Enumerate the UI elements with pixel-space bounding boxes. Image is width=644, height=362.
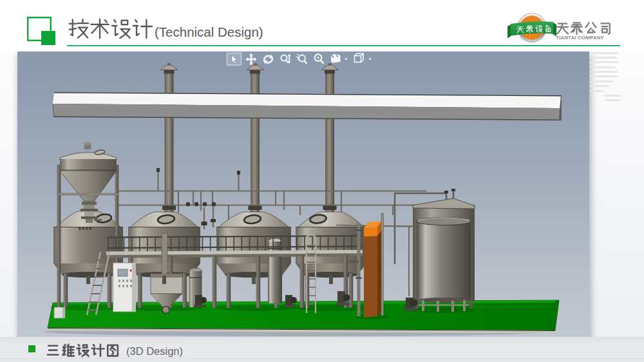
svg-text:(3D Design): (3D Design) [126,345,183,357]
svg-text:(Technical Design): (Technical Design) [155,24,263,39]
svg-text:TIANTAI COMPANY: TIANTAI COMPANY [556,35,605,41]
